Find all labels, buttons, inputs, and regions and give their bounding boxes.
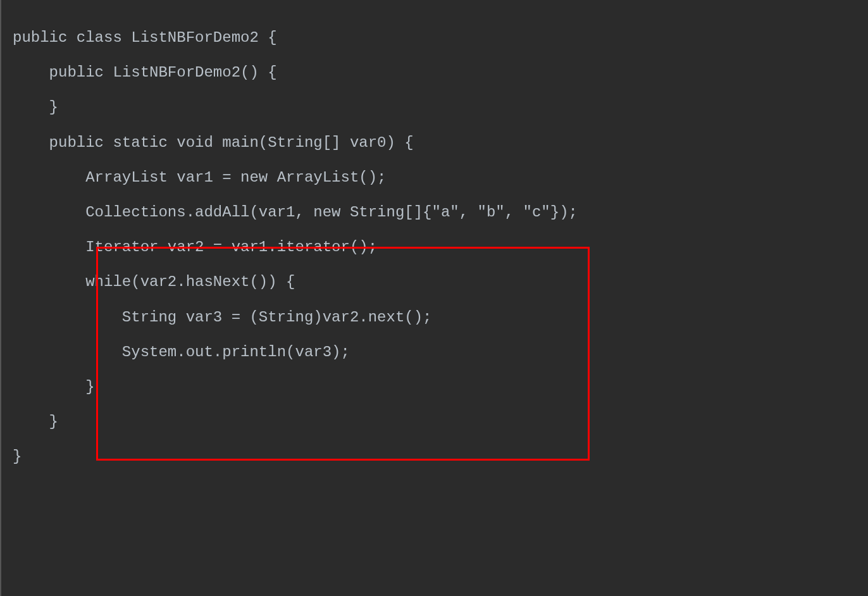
code-line-5[interactable]: public static void main(String[] var0) { [13, 125, 868, 160]
code-line-2[interactable]: public ListNBForDemo2() { [13, 55, 868, 90]
code-line-15[interactable]: } [13, 404, 868, 439]
code-line-1[interactable]: public class ListNBForDemo2 { [13, 20, 868, 55]
code-line-6[interactable]: ArrayList var1 = new ArrayList(); [13, 160, 868, 195]
code-line-13[interactable]: } [13, 369, 868, 404]
code-line-10[interactable]: while(var2.hasNext()) { [13, 264, 868, 299]
code-line-11[interactable]: String var3 = (String)var2.next(); [13, 300, 868, 335]
code-line-8[interactable]: Iterator var2 = var1.iterator(); [13, 230, 868, 264]
code-editor[interactable]: public class ListNBForDemo2 { public Lis… [13, 20, 868, 474]
code-line-16[interactable]: } [13, 439, 868, 474]
code-line-12[interactable]: System.out.println(var3); [13, 335, 868, 369]
code-line-3[interactable]: } [13, 90, 868, 125]
code-line-7[interactable]: Collections.addAll(var1, new String[]{"a… [13, 195, 868, 230]
